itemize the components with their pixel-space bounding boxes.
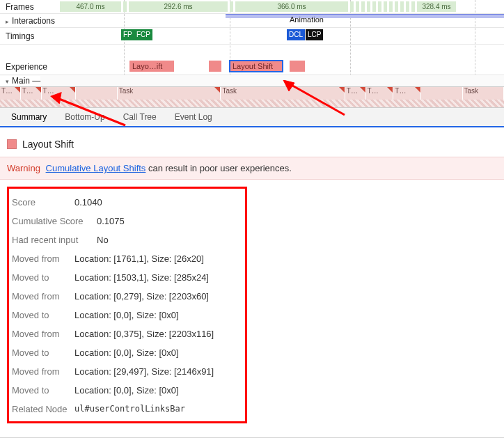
panel-title: Layout Shift	[7, 134, 497, 157]
frame-block[interactable]	[356, 1, 359, 12]
tab-event-log[interactable]: Event Log	[168, 108, 219, 126]
frame-block[interactable]	[123, 1, 127, 12]
frame-block[interactable]	[389, 1, 393, 12]
timings-track: FP FCP DCL LCP	[60, 28, 504, 44]
layout-shift-block-small[interactable]	[209, 61, 221, 72]
task-block[interactable]: Task	[463, 87, 505, 100]
metric-row: Moved fromLocation: [29,497], Size: [214…	[12, 362, 239, 381]
layout-shift-swatch-icon	[7, 139, 17, 149]
main-row-header[interactable]: Main —	[0, 75, 504, 86]
metric-row: Moved toLocation: [0,0], Size: [0x0]	[12, 343, 239, 362]
metric-row: Moved fromLocation: [1761,1], Size: [26x…	[12, 249, 239, 268]
panel-title-text: Layout Shift	[22, 139, 74, 150]
metric-row: Moved toLocation: [0,0], Size: [0x0]	[12, 381, 239, 400]
metric-row: Moved fromLocation: [0,279], Size: [2203…	[12, 287, 239, 306]
metrics-box: Score0.1040 Cumulative Score0.1075 Had r…	[7, 187, 247, 423]
task-block[interactable]	[421, 87, 463, 100]
frames-track[interactable]: 467.0 ms 292.6 ms 366.0 ms 328.4 ms	[60, 0, 504, 13]
frame-block[interactable]	[384, 1, 387, 12]
timing-badge-fcp[interactable]: FCP	[134, 29, 152, 40]
task-block[interactable]: T…	[393, 87, 421, 100]
task-block[interactable]: T…	[42, 87, 77, 100]
animation-label: Animation	[290, 15, 324, 24]
tab-summary[interactable]: Summary	[4, 108, 54, 126]
timing-badge-lcp[interactable]: LCP	[306, 29, 323, 40]
task-block[interactable]: T…	[0, 87, 21, 100]
metric-row: Moved toLocation: [1503,1], Size: [285x2…	[12, 268, 239, 287]
task-block[interactable]: T…	[366, 87, 394, 100]
row-label-main: Main —	[0, 76, 40, 86]
frame-block[interactable]: 467.0 ms	[60, 1, 121, 12]
metric-row: Cumulative Score0.1075	[12, 212, 239, 230]
frame-block[interactable]	[372, 1, 376, 12]
frame-block[interactable]	[230, 1, 233, 12]
timings-row: Timings FP FCP DCL LCP	[0, 28, 504, 45]
detail-tabs: Summary Bottom-Up Call Tree Event Log	[0, 108, 504, 127]
related-node-link[interactable]: ul#userControlLinksBar	[74, 404, 185, 414]
metric-row: Related Nodeul#userControlLinksBar	[12, 400, 239, 419]
warning-bar: Warning Cumulative Layout Shifts can res…	[0, 157, 504, 180]
tab-call-tree[interactable]: Call Tree	[116, 108, 164, 126]
frame-block[interactable]	[406, 1, 409, 12]
frame-block[interactable]: 292.6 ms	[129, 1, 228, 12]
frame-block[interactable]	[367, 1, 370, 12]
row-label-experience: Experience	[0, 62, 60, 72]
metric-row: Score0.1040	[12, 193, 239, 212]
animation-bar[interactable]	[226, 14, 504, 18]
frame-block[interactable]	[411, 1, 415, 12]
frame-block[interactable]	[400, 1, 404, 12]
row-label-interactions: Interactions	[0, 16, 60, 26]
frame-block[interactable]	[378, 1, 381, 12]
interactions-track: Animation	[60, 14, 504, 27]
interactions-row[interactable]: Interactions Animation	[0, 14, 504, 28]
row-label-frames: Frames	[0, 2, 60, 12]
tab-bottom-up[interactable]: Bottom-Up	[58, 108, 111, 126]
warning-label: Warning	[7, 163, 40, 173]
experience-row: Experience Layo…ift Layout Shift	[0, 58, 504, 75]
frame-block[interactable]: 366.0 ms	[235, 1, 348, 12]
task-block[interactable]: Task	[118, 87, 221, 100]
task-block[interactable]: T…	[345, 87, 366, 100]
timing-badge-fp[interactable]: FP	[121, 29, 134, 40]
frames-row: Frames 467.0 ms 292.6 ms 366.0 ms 328.4 …	[0, 0, 504, 14]
metric-row: Had recent inputNo	[12, 230, 239, 249]
layout-shift-block[interactable]: Layo…ift	[129, 61, 174, 72]
summary-panel: Layout Shift Warning Cumulative Layout S…	[0, 127, 504, 429]
timeline-panel: Frames 467.0 ms 292.6 ms 366.0 ms 328.4 …	[0, 0, 504, 108]
task-hatch-pattern	[0, 100, 504, 107]
frame-block[interactable]	[361, 1, 365, 12]
metric-row: Moved toLocation: [0,0], Size: [0x0]	[12, 306, 239, 324]
frame-block[interactable]: 328.4 ms	[417, 1, 456, 12]
frame-block[interactable]	[395, 1, 398, 12]
layout-shift-block-selected[interactable]: Layout Shift	[230, 61, 283, 72]
row-label-timings: Timings	[0, 31, 60, 41]
metric-row: Moved fromLocation: [0,375], Size: [2203…	[12, 324, 239, 343]
main-flame-track[interactable]: T… T… T… Task Task T… T… T… Task	[0, 86, 504, 107]
layout-shift-block-small[interactable]	[290, 61, 305, 72]
experience-track: Layo…ift Layout Shift	[60, 58, 504, 75]
timing-badge-dcl[interactable]: DCL	[287, 29, 305, 40]
frame-block[interactable]	[350, 1, 354, 12]
warning-link[interactable]: Cumulative Layout Shifts	[46, 163, 146, 173]
task-block[interactable]: Task	[221, 87, 345, 100]
task-block[interactable]	[76, 87, 118, 100]
task-block[interactable]: T…	[21, 87, 42, 100]
warning-rest: can result in poor user experiences.	[145, 163, 292, 173]
